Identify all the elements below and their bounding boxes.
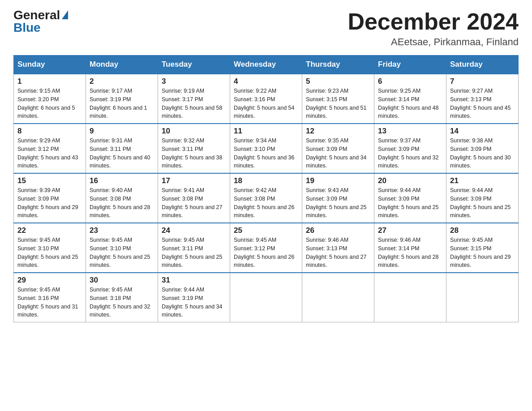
calendar-week-row: 29Sunrise: 9:45 AMSunset: 3:16 PMDayligh… <box>14 273 519 322</box>
day-number: 22 <box>17 226 82 235</box>
day-number: 26 <box>306 226 370 235</box>
title-block: December 2024 AEetsae, Pirkanmaa, Finlan… <box>348 9 519 48</box>
day-number: 7 <box>450 77 515 86</box>
day-number: 10 <box>162 127 226 136</box>
location-text: AEetsae, Pirkanmaa, Finland <box>348 36 519 48</box>
calendar-day-cell: 29Sunrise: 9:45 AMSunset: 3:16 PMDayligh… <box>14 273 86 322</box>
day-info: Sunrise: 9:27 AMSunset: 3:13 PMDaylight:… <box>450 87 515 120</box>
calendar-week-row: 8Sunrise: 9:29 AMSunset: 3:12 PMDaylight… <box>14 124 519 173</box>
day-number: 12 <box>306 127 370 136</box>
day-of-week-header: Tuesday <box>158 56 230 74</box>
day-info: Sunrise: 9:42 AMSunset: 3:08 PMDaylight:… <box>234 186 298 220</box>
calendar-day-cell: 11Sunrise: 9:34 AMSunset: 3:10 PMDayligh… <box>230 124 302 173</box>
calendar-day-cell: 23Sunrise: 9:45 AMSunset: 3:10 PMDayligh… <box>86 223 158 273</box>
day-number: 1 <box>17 77 82 86</box>
day-info: Sunrise: 9:46 AMSunset: 3:14 PMDaylight:… <box>378 236 442 270</box>
day-info: Sunrise: 9:38 AMSunset: 3:09 PMDaylight:… <box>450 137 515 170</box>
day-info: Sunrise: 9:29 AMSunset: 3:12 PMDaylight:… <box>17 137 82 170</box>
day-info: Sunrise: 9:45 AMSunset: 3:10 PMDaylight:… <box>90 236 154 270</box>
day-of-week-header: Saturday <box>446 56 519 74</box>
day-number: 27 <box>378 226 442 235</box>
day-info: Sunrise: 9:23 AMSunset: 3:15 PMDaylight:… <box>306 87 370 120</box>
calendar-day-cell: 8Sunrise: 9:29 AMSunset: 3:12 PMDaylight… <box>14 124 86 173</box>
day-number: 16 <box>90 176 154 185</box>
calendar-week-row: 1Sunrise: 9:15 AMSunset: 3:20 PMDaylight… <box>14 74 519 124</box>
calendar-day-cell: 19Sunrise: 9:43 AMSunset: 3:09 PMDayligh… <box>302 173 374 223</box>
calendar-day-cell: 31Sunrise: 9:44 AMSunset: 3:19 PMDayligh… <box>158 273 230 322</box>
day-info: Sunrise: 9:31 AMSunset: 3:11 PMDaylight:… <box>90 137 154 170</box>
day-info: Sunrise: 9:17 AMSunset: 3:19 PMDaylight:… <box>90 87 154 120</box>
day-info: Sunrise: 9:45 AMSunset: 3:16 PMDaylight:… <box>17 286 82 319</box>
day-info: Sunrise: 9:45 AMSunset: 3:11 PMDaylight:… <box>162 236 226 270</box>
calendar-day-cell: 5Sunrise: 9:23 AMSunset: 3:15 PMDaylight… <box>302 74 374 124</box>
day-info: Sunrise: 9:35 AMSunset: 3:09 PMDaylight:… <box>306 137 370 170</box>
day-number: 19 <box>306 176 370 185</box>
calendar-day-cell: 14Sunrise: 9:38 AMSunset: 3:09 PMDayligh… <box>446 124 519 173</box>
day-info: Sunrise: 9:46 AMSunset: 3:13 PMDaylight:… <box>306 236 370 270</box>
calendar-day-cell: 12Sunrise: 9:35 AMSunset: 3:09 PMDayligh… <box>302 124 374 173</box>
calendar-day-cell: 22Sunrise: 9:45 AMSunset: 3:10 PMDayligh… <box>14 223 86 273</box>
day-info: Sunrise: 9:25 AMSunset: 3:14 PMDaylight:… <box>378 87 442 120</box>
logo: General Blue <box>13 9 68 34</box>
day-number: 18 <box>234 176 298 185</box>
day-info: Sunrise: 9:32 AMSunset: 3:11 PMDaylight:… <box>162 137 226 170</box>
day-number: 8 <box>17 127 82 136</box>
calendar-day-cell: 24Sunrise: 9:45 AMSunset: 3:11 PMDayligh… <box>158 223 230 273</box>
day-number: 2 <box>90 77 154 86</box>
day-info: Sunrise: 9:44 AMSunset: 3:19 PMDaylight:… <box>162 286 226 319</box>
day-info: Sunrise: 9:43 AMSunset: 3:09 PMDaylight:… <box>306 186 370 220</box>
calendar-day-cell: 20Sunrise: 9:44 AMSunset: 3:09 PMDayligh… <box>374 173 446 223</box>
day-info: Sunrise: 9:45 AMSunset: 3:12 PMDaylight:… <box>234 236 298 270</box>
day-info: Sunrise: 9:15 AMSunset: 3:20 PMDaylight:… <box>17 87 82 120</box>
calendar-week-row: 22Sunrise: 9:45 AMSunset: 3:10 PMDayligh… <box>14 223 519 273</box>
day-number: 29 <box>17 276 82 285</box>
day-of-week-header: Friday <box>374 56 446 74</box>
calendar-day-cell: 26Sunrise: 9:46 AMSunset: 3:13 PMDayligh… <box>302 223 374 273</box>
calendar-day-cell: 16Sunrise: 9:40 AMSunset: 3:08 PMDayligh… <box>86 173 158 223</box>
day-number: 11 <box>234 127 298 136</box>
day-number: 6 <box>378 77 442 86</box>
page-header: General Blue December 2024 AEetsae, Pirk… <box>13 9 519 48</box>
calendar-week-row: 15Sunrise: 9:39 AMSunset: 3:09 PMDayligh… <box>14 173 519 223</box>
day-number: 28 <box>450 226 515 235</box>
day-info: Sunrise: 9:34 AMSunset: 3:10 PMDaylight:… <box>234 137 298 170</box>
day-of-week-header: Sunday <box>14 56 86 74</box>
day-info: Sunrise: 9:40 AMSunset: 3:08 PMDaylight:… <box>90 186 154 220</box>
day-number: 14 <box>450 127 515 136</box>
day-number: 4 <box>234 77 298 86</box>
day-number: 21 <box>450 176 515 185</box>
day-number: 3 <box>162 77 226 86</box>
calendar-day-cell: 30Sunrise: 9:45 AMSunset: 3:18 PMDayligh… <box>86 273 158 322</box>
calendar-day-cell: 13Sunrise: 9:37 AMSunset: 3:09 PMDayligh… <box>374 124 446 173</box>
calendar-day-cell: 9Sunrise: 9:31 AMSunset: 3:11 PMDaylight… <box>86 124 158 173</box>
calendar-day-cell: 4Sunrise: 9:22 AMSunset: 3:16 PMDaylight… <box>230 74 302 124</box>
logo-general-text: General <box>13 9 60 21</box>
calendar-day-cell: 6Sunrise: 9:25 AMSunset: 3:14 PMDaylight… <box>374 74 446 124</box>
day-info: Sunrise: 9:45 AMSunset: 3:15 PMDaylight:… <box>450 236 515 270</box>
day-of-week-header: Wednesday <box>230 56 302 74</box>
calendar-day-cell <box>230 273 302 322</box>
month-title: December 2024 <box>348 9 519 34</box>
day-number: 24 <box>162 226 226 235</box>
logo-blue-text: Blue <box>13 21 41 34</box>
calendar-day-cell: 10Sunrise: 9:32 AMSunset: 3:11 PMDayligh… <box>158 124 230 173</box>
day-info: Sunrise: 9:44 AMSunset: 3:09 PMDaylight:… <box>378 186 442 220</box>
day-number: 5 <box>306 77 370 86</box>
calendar-day-cell: 27Sunrise: 9:46 AMSunset: 3:14 PMDayligh… <box>374 223 446 273</box>
calendar-body: 1Sunrise: 9:15 AMSunset: 3:20 PMDaylight… <box>14 74 519 322</box>
day-of-week-header: Thursday <box>302 56 374 74</box>
calendar-day-cell <box>302 273 374 322</box>
day-number: 9 <box>90 127 154 136</box>
calendar-day-cell <box>374 273 446 322</box>
day-info: Sunrise: 9:44 AMSunset: 3:09 PMDaylight:… <box>450 186 515 220</box>
day-info: Sunrise: 9:19 AMSunset: 3:17 PMDaylight:… <box>162 87 226 120</box>
day-header-row: SundayMondayTuesdayWednesdayThursdayFrid… <box>14 56 519 74</box>
calendar-day-cell: 28Sunrise: 9:45 AMSunset: 3:15 PMDayligh… <box>446 223 519 273</box>
day-of-week-header: Monday <box>86 56 158 74</box>
calendar-day-cell: 25Sunrise: 9:45 AMSunset: 3:12 PMDayligh… <box>230 223 302 273</box>
day-number: 23 <box>90 226 154 235</box>
day-info: Sunrise: 9:45 AMSunset: 3:10 PMDaylight:… <box>17 236 82 270</box>
day-number: 17 <box>162 176 226 185</box>
calendar-day-cell: 1Sunrise: 9:15 AMSunset: 3:20 PMDaylight… <box>14 74 86 124</box>
day-info: Sunrise: 9:37 AMSunset: 3:09 PMDaylight:… <box>378 137 442 170</box>
